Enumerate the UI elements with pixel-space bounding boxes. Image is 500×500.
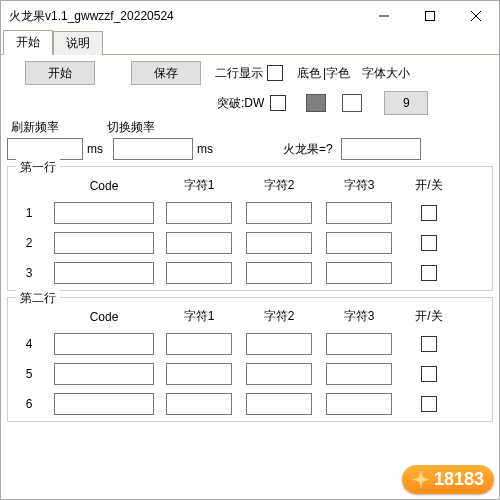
hdr2-c1: 字符1 (184, 308, 215, 325)
r2-c2[interactable] (246, 232, 312, 254)
r3-c1[interactable] (166, 262, 232, 284)
save-button[interactable]: 保存 (131, 61, 201, 85)
r5-onoff[interactable] (421, 366, 437, 382)
r5-c2[interactable] (246, 363, 312, 385)
breakthrough-label: 突破:DW (217, 95, 264, 112)
r1-code[interactable] (54, 202, 154, 224)
group-row1: 第一行 Code 字符1 字符2 字符3 开/关 1 2 (7, 166, 493, 291)
hdr2-c3: 字符3 (344, 308, 375, 325)
r2-c3[interactable] (326, 232, 392, 254)
r6-onoff[interactable] (421, 396, 437, 412)
hdr-code: Code (90, 179, 119, 193)
switch-ms: ms (197, 142, 213, 156)
close-button[interactable] (453, 1, 499, 31)
refresh-freq-label: 刷新频率 (11, 119, 59, 136)
r6-c3[interactable] (326, 393, 392, 415)
hdr-onoff: 开/关 (415, 177, 442, 194)
r6-c2[interactable] (246, 393, 312, 415)
window-controls (361, 1, 499, 31)
r6-code[interactable] (54, 393, 154, 415)
freq-labels: 刷新频率 切换频率 (7, 119, 493, 136)
two-line-checkbox[interactable] (267, 65, 283, 81)
font-size-value[interactable]: 9 (384, 91, 428, 115)
dragonfruit-input[interactable] (341, 138, 421, 160)
hdr2-onoff: 开/关 (415, 308, 442, 325)
bg-color-swatch[interactable] (306, 94, 326, 112)
switch-freq-input[interactable] (113, 138, 193, 160)
r1-c3[interactable] (326, 202, 392, 224)
minimize-button[interactable] (361, 1, 407, 31)
rownum-6: 6 (26, 397, 33, 411)
window-title: 火龙果v1.1_gwwzzf_20220524 (9, 8, 174, 25)
rownum-5: 5 (26, 367, 33, 381)
r4-c1[interactable] (166, 333, 232, 355)
r4-c2[interactable] (246, 333, 312, 355)
r2-c1[interactable] (166, 232, 232, 254)
font-size-label: 字体大小 (362, 65, 410, 82)
tab-help[interactable]: 说明 (53, 31, 103, 55)
group-row1-grid: Code 字符1 字符2 字符3 开/关 1 2 3 (14, 177, 486, 284)
r3-c3[interactable] (326, 262, 392, 284)
r3-onoff[interactable] (421, 265, 437, 281)
app-window: 火龙果v1.1_gwwzzf_20220524 开始 说明 开始 保存 二行显示 (0, 0, 500, 500)
refresh-ms: ms (87, 142, 103, 156)
toolbar-row-2: 突破:DW 9 (7, 91, 493, 115)
rownum-1: 1 (26, 206, 33, 220)
breakthrough-checkbox[interactable] (270, 95, 286, 111)
refresh-freq-input[interactable] (7, 138, 83, 160)
maximize-button[interactable] (407, 1, 453, 31)
group-row2-legend: 第二行 (16, 290, 60, 307)
hdr2-c2: 字符2 (264, 308, 295, 325)
r1-c2[interactable] (246, 202, 312, 224)
r4-onoff[interactable] (421, 336, 437, 352)
r5-c3[interactable] (326, 363, 392, 385)
r4-code[interactable] (54, 333, 154, 355)
fg-color-label: 字色 (326, 65, 350, 82)
rownum-2: 2 (26, 236, 33, 250)
bg-color-label: 底色 (297, 65, 321, 82)
freq-inputs: ms ms 火龙果=? (7, 138, 493, 160)
rownum-4: 4 (26, 337, 33, 351)
fg-color-swatch[interactable] (342, 94, 362, 112)
switch-freq-label: 切换频率 (107, 119, 155, 136)
dragonfruit-label: 火龙果=? (283, 141, 333, 158)
r6-c1[interactable] (166, 393, 232, 415)
start-button[interactable]: 开始 (25, 61, 95, 85)
group-row2: 第二行 Code 字符1 字符2 字符3 开/关 4 5 (7, 297, 493, 422)
titlebar: 火龙果v1.1_gwwzzf_20220524 (1, 1, 499, 31)
two-line-label: 二行显示 (215, 65, 263, 82)
svg-rect-1 (426, 12, 435, 21)
r3-c2[interactable] (246, 262, 312, 284)
hdr2-code: Code (90, 310, 119, 324)
hdr-c2: 字符2 (264, 177, 295, 194)
rownum-3: 3 (26, 266, 33, 280)
group-row2-grid: Code 字符1 字符2 字符3 开/关 4 5 6 (14, 308, 486, 415)
tabstrip: 开始 说明 (1, 31, 499, 55)
r1-c1[interactable] (166, 202, 232, 224)
toolbar-row-1: 开始 保存 二行显示 底色 | 字色 字体大小 (7, 61, 493, 85)
r2-code[interactable] (54, 232, 154, 254)
tab-start[interactable]: 开始 (3, 30, 53, 55)
group-row1-legend: 第一行 (16, 159, 60, 176)
r1-onoff[interactable] (421, 205, 437, 221)
r5-c1[interactable] (166, 363, 232, 385)
r4-c3[interactable] (326, 333, 392, 355)
hdr-c1: 字符1 (184, 177, 215, 194)
hdr-c3: 字符3 (344, 177, 375, 194)
tab-content: 开始 保存 二行显示 底色 | 字色 字体大小 突破:DW 9 (1, 55, 499, 499)
r5-code[interactable] (54, 363, 154, 385)
r2-onoff[interactable] (421, 235, 437, 251)
r3-code[interactable] (54, 262, 154, 284)
